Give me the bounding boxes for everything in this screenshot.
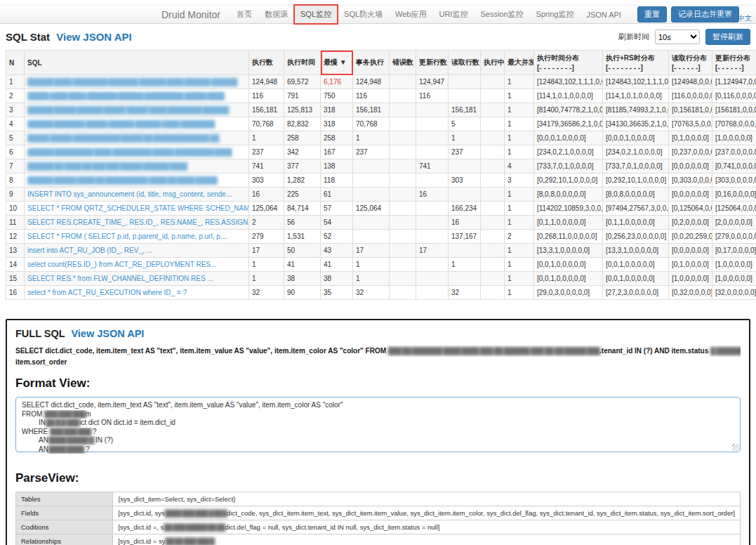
sql-link[interactable]: SELECT * FROM ( SELECT p.id, p.parent_id… <box>27 232 228 240</box>
cell-dist-update-rows: [156181,0,0,0,0,0] <box>712 103 756 117</box>
cell-exec-count: 124,948 <box>249 75 284 89</box>
nav-item-9[interactable]: JSON API <box>580 6 628 23</box>
cell-tx-exec: 124,948 <box>353 75 390 89</box>
cell-slowest: 6,176 <box>321 75 353 89</box>
resize-handle-icon[interactable] <box>732 444 739 451</box>
parse-row-value: [sys_dict.id, sys████ ███ ███ █ ██ █dict… <box>113 506 741 520</box>
sql-link[interactable]: ██████ █████ ██████ █████ █████ ████ ███… <box>27 106 228 114</box>
cell-fetch-rows: 32 <box>449 286 481 300</box>
view-json-api-link[interactable]: View JSON API <box>56 31 132 43</box>
cell-error-count <box>390 145 416 159</box>
sql-link[interactable]: SELECT RES.* from FLW_CHANNEL_DEFINITION… <box>27 275 213 282</box>
redacted-text: ██ ███ █████ ██ ██ <box>164 523 225 531</box>
sql-link[interactable]: ██████ ███████ █████ ██████ ██████ ████ … <box>27 120 214 128</box>
column-header-1[interactable]: N <box>6 51 25 75</box>
refresh-controls: 刷新时间 10s 暂停刷新 <box>618 29 750 45</box>
cell-dist-update-rows: [279,0,0,0,0,0] <box>712 230 756 244</box>
cell-dist-update-rows: [1,0,0,0,0,0] <box>712 131 756 145</box>
redacted-text: ██ ██ ███ ███ █ <box>165 537 214 545</box>
table-row: 7██████ ██ ████ ██ ███ ███ █████ ██████ … <box>6 159 756 173</box>
column-header-10[interactable]: 执行中 <box>481 51 505 75</box>
nav-item-7[interactable]: Session监控 <box>474 5 529 24</box>
cell-error-count <box>390 173 416 188</box>
full-sql-text: SELECT dict.dict_code, item.item_text AS… <box>15 346 741 367</box>
cell-exec-count: 303 <box>249 173 284 188</box>
column-header-15[interactable]: 更新行分布[- - - - - -] <box>712 51 756 75</box>
redacted-text: ████ ████ <box>48 445 84 453</box>
column-header-14[interactable]: 读取行分布[- - - - - -] <box>669 51 712 75</box>
cell-slowest: 258 <box>321 131 353 145</box>
cell-update-rows: 124,947 <box>416 75 449 89</box>
cell-dist-exec-rs-time: [0,0,0,1,0,0,0,0] <box>603 131 669 145</box>
text-segment: AN <box>39 445 48 453</box>
nav-item-4[interactable]: SQL防火墙 <box>338 5 389 24</box>
column-sublabel: [- - - - - - - -] <box>537 64 599 72</box>
pause-refresh-button[interactable]: 暂停刷新 <box>705 29 750 45</box>
cell-exec-time: 377 <box>284 159 321 173</box>
cell-fetch-rows: 156,181 <box>449 103 481 117</box>
sql-link[interactable]: ██████ █████████ ████ █████████ █████ ██… <box>27 148 232 156</box>
nav-item-3[interactable]: SQL监控 <box>294 5 338 24</box>
column-header-11[interactable]: 最大并发 <box>505 51 534 75</box>
formatted-sql-line: SELECT dict.dict_code, item.item_text AS… <box>22 401 734 410</box>
column-header-2[interactable]: SQL <box>25 51 249 75</box>
cell-max-concurrent: 3 <box>505 173 534 188</box>
sql-link[interactable]: INSERT INTO sys_announcement (id, title,… <box>27 190 232 198</box>
language-switcher: English | 中文 <box>709 13 752 23</box>
cell-error-count <box>390 89 416 103</box>
cell-update-rows <box>416 216 449 230</box>
column-header-13[interactable]: 执行+RS时分布[- - - - - - - -] <box>603 51 669 75</box>
nav-item-6[interactable]: URI监控 <box>432 5 474 24</box>
sql-link[interactable]: █████ ████ ████ ███████ ██████ █████████… <box>27 92 224 100</box>
reset-button[interactable]: 重置 <box>637 6 667 22</box>
sql-link[interactable]: SELECT RES.CREATE_TIME_, RES.ID_, RES.NA… <box>27 218 249 226</box>
sql-link[interactable]: ██████ ████ ████████ ███████ ██████ ████… <box>27 78 237 86</box>
sql-link[interactable]: insert into ACT_RU_JOB (ID_, REV_, ... <box>27 247 152 254</box>
cell-slowest: 138 <box>321 159 353 173</box>
cell-running <box>481 258 505 272</box>
cell-tx-exec <box>353 230 390 244</box>
column-header-9[interactable]: 读取行数 <box>449 51 481 75</box>
nav-item-2[interactable]: 数据源 <box>258 5 294 24</box>
formatted-sql-line: AN████ █████ █ IN (?) <box>22 436 734 445</box>
parse-row-label: Tables <box>16 492 113 506</box>
cell-fetch-rows: 1 <box>449 258 481 272</box>
cell-error-count <box>390 286 416 300</box>
column-header-7[interactable]: 错误数 <box>390 51 416 75</box>
cell-dist-exec-rs-time: [0,0,1,0,0,0,0,0] <box>603 258 669 272</box>
cell-dist-fetch-rows: [0,0,0,0,0,0] <box>669 188 712 202</box>
column-header-3[interactable]: 执行数 <box>249 51 284 75</box>
column-header-5[interactable]: 最慢 ▼ <box>321 51 353 75</box>
cell-running <box>481 202 505 216</box>
cell-max-concurrent: 1 <box>505 244 534 258</box>
sql-link[interactable]: ██████ ██ ████ ██ ███ ███ █████ ██████ █… <box>27 162 187 170</box>
cell-exec-count: 32 <box>249 286 284 300</box>
sql-link[interactable]: ██████ █████ ████ ██ ██████████ ████ ██ … <box>27 176 217 184</box>
redacted-text: ██ █ █ ███ <box>46 419 79 426</box>
lang-english-link[interactable]: English <box>709 14 732 22</box>
column-header-6[interactable]: 事务执行 <box>353 51 390 75</box>
full-sql-view-json-api-link[interactable]: View JSON API <box>71 328 144 339</box>
refresh-interval-select[interactable]: 10s <box>655 29 700 44</box>
cell-error-count <box>390 131 416 145</box>
column-header-4[interactable]: 执行时间 <box>284 51 321 75</box>
column-header-12[interactable]: 执行时间分布[- - - - - - - -] <box>534 51 603 75</box>
cell-dist-fetch-rows: [116,0,0,0,0,0] <box>669 89 712 103</box>
text-segment: .tenant_id IN (?) AND item.status <box>599 347 710 355</box>
cell-running <box>481 89 505 103</box>
cell-fetch-rows <box>449 272 481 286</box>
nav-item-5[interactable]: Web应用 <box>389 5 432 24</box>
sql-link[interactable]: select count(RES.ID_) from ACT_RE_DEPLOY… <box>27 261 216 268</box>
nav-item-1[interactable]: 首页 <box>230 5 258 24</box>
cell-running <box>481 216 505 230</box>
cell-dist-fetch-rows: [0,0,20,259,0,0] <box>669 230 712 244</box>
sql-link[interactable]: █████ █████ ███████████ █████ ██ ███████… <box>27 134 218 142</box>
format-view-textarea[interactable]: SELECT dict.dict_code, item.item_text AS… <box>15 397 741 452</box>
lang-chinese-link[interactable]: 中文 <box>738 14 752 22</box>
nav-item-8[interactable]: Spring监控 <box>530 5 581 24</box>
cell-dist-fetch-rows: [70763,5,0,0,0,0] <box>669 117 712 131</box>
sql-link[interactable]: select * from ACT_RU_EXECUTION where ID_… <box>27 289 187 296</box>
column-header-8[interactable]: 更新行数 <box>416 51 449 75</box>
cell-tx-exec <box>353 173 390 188</box>
sql-link[interactable]: SELECT * FROM QRTZ_SCHEDULER_STATE WHERE… <box>27 204 249 212</box>
